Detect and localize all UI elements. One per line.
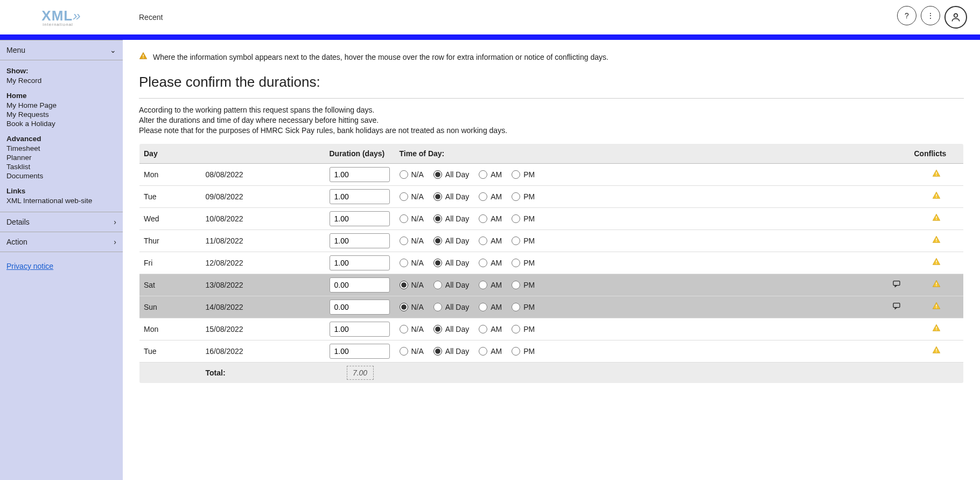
radio-input-pm[interactable] [512,347,520,356]
radio-input-na[interactable] [400,281,408,289]
sidebar-link[interactable]: My Home Page [6,101,116,110]
duration-input[interactable] [330,255,390,270]
radio-na[interactable]: N/A [400,347,424,356]
sidebar-link[interactable]: Documents [6,171,116,180]
radio-input-allday[interactable] [433,325,442,333]
radio-input-am[interactable] [479,236,487,245]
radio-na[interactable]: N/A [400,236,424,245]
radio-input-am[interactable] [479,347,487,356]
help-icon[interactable]: ? [897,6,916,25]
radio-input-pm[interactable] [512,281,520,289]
radio-allday[interactable]: All Day [433,347,469,356]
sidebar-link[interactable]: My Record [6,76,116,85]
radio-input-na[interactable] [400,303,408,311]
radio-pm[interactable]: PM [512,214,535,223]
sidebar-link[interactable]: My Requests [6,110,116,119]
radio-input-allday[interactable] [433,170,442,179]
radio-na[interactable]: N/A [400,281,424,289]
radio-input-am[interactable] [479,192,487,201]
radio-am[interactable]: AM [479,259,502,267]
duration-input[interactable] [330,189,390,204]
radio-input-allday[interactable] [433,347,442,356]
radio-input-allday[interactable] [433,259,442,267]
radio-input-na[interactable] [400,347,408,356]
radio-pm[interactable]: PM [512,325,535,333]
radio-input-pm[interactable] [512,236,520,245]
radio-allday[interactable]: All Day [433,259,469,267]
radio-am[interactable]: AM [479,192,502,201]
radio-input-pm[interactable] [512,325,520,333]
sidebar-link[interactable]: Book a Holiday [6,119,116,128]
radio-input-allday[interactable] [433,236,442,245]
radio-input-pm[interactable] [512,259,520,267]
duration-input[interactable] [330,233,390,248]
privacy-link[interactable]: Privacy notice [6,262,53,270]
radio-input-na[interactable] [400,170,408,179]
radio-pm[interactable]: PM [512,259,535,267]
more-icon[interactable]: ⋮ [921,6,940,25]
duration-input[interactable] [330,211,390,226]
radio-allday[interactable]: All Day [433,170,469,179]
radio-input-pm[interactable] [512,303,520,311]
radio-na[interactable]: N/A [400,303,424,311]
duration-input[interactable] [330,322,390,337]
radio-input-am[interactable] [479,303,487,311]
radio-na[interactable]: N/A [400,214,424,223]
radio-allday[interactable]: All Day [433,214,469,223]
sidebar-link[interactable]: XML International web-site [6,196,116,205]
sidebar-link[interactable]: Planner [6,153,116,162]
sidebar-link[interactable]: Tasklist [6,162,116,171]
radio-allday[interactable]: All Day [433,303,469,311]
radio-input-pm[interactable] [512,214,520,223]
radio-allday[interactable]: All Day [433,192,469,201]
duration-input[interactable] [330,300,390,315]
radio-input-am[interactable] [479,170,487,179]
radio-input-na[interactable] [400,214,408,223]
radio-am[interactable]: AM [479,281,502,289]
radio-am[interactable]: AM [479,325,502,333]
radio-allday[interactable]: All Day [433,236,469,245]
radio-allday[interactable]: All Day [433,325,469,333]
duration-input[interactable] [330,167,390,182]
radio-na[interactable]: N/A [400,259,424,267]
radio-pm[interactable]: PM [512,281,535,289]
radio-input-am[interactable] [479,259,487,267]
radio-pm[interactable]: PM [512,170,535,179]
sidebar-link[interactable]: Timesheet [6,144,116,153]
user-icon[interactable] [944,6,967,29]
radio-na[interactable]: N/A [400,192,424,201]
note-icon[interactable] [883,274,910,296]
radio-am[interactable]: AM [479,170,502,179]
radio-input-allday[interactable] [433,281,442,289]
radio-am[interactable]: AM [479,347,502,356]
radio-na[interactable]: N/A [400,325,424,333]
radio-pm[interactable]: PM [512,236,535,245]
radio-input-pm[interactable] [512,192,520,201]
menu-toggle[interactable]: Menu ⌄ [0,40,123,60]
radio-input-am[interactable] [479,281,487,289]
radio-am[interactable]: AM [479,303,502,311]
radio-input-na[interactable] [400,259,408,267]
radio-input-allday[interactable] [433,303,442,311]
details-toggle[interactable]: Details › [0,212,123,232]
radio-am[interactable]: AM [479,214,502,223]
radio-allday[interactable]: All Day [433,281,469,289]
action-toggle[interactable]: Action › [0,232,123,252]
recent-link[interactable]: Recent [123,13,163,22]
radio-na[interactable]: N/A [400,170,424,179]
duration-input[interactable] [330,277,390,293]
radio-input-allday[interactable] [433,192,442,201]
radio-input-allday[interactable] [433,214,442,223]
radio-pm[interactable]: PM [512,347,535,356]
radio-pm[interactable]: PM [512,303,535,311]
radio-input-am[interactable] [479,214,487,223]
radio-input-na[interactable] [400,236,408,245]
duration-input[interactable] [330,344,390,359]
radio-input-pm[interactable] [512,170,520,179]
note-icon[interactable] [883,296,910,318]
radio-input-na[interactable] [400,325,408,333]
radio-pm[interactable]: PM [512,192,535,201]
radio-input-am[interactable] [479,325,487,333]
radio-input-na[interactable] [400,192,408,201]
radio-am[interactable]: AM [479,236,502,245]
